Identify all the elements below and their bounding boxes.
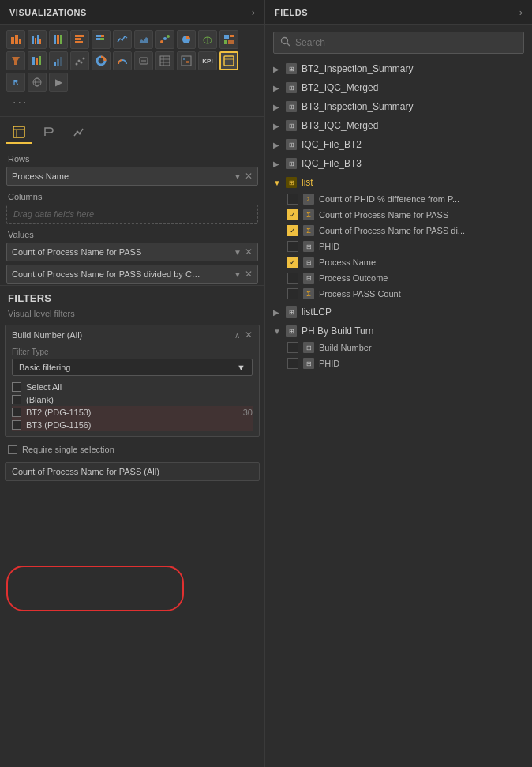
tab-fields[interactable] — [6, 122, 32, 144]
field-group-header-bt3-iqc[interactable]: ▶ ⊞ BT3_IQC_Merged — [265, 117, 532, 134]
viz-area[interactable] — [134, 30, 153, 49]
svg-rect-15 — [96, 38, 100, 40]
filter-option-bt2[interactable]: BT2 (PDG-1153) 30 — [12, 406, 253, 419]
tab-analytics[interactable] — [66, 122, 92, 144]
table-icon-list: ⊞ — [286, 177, 297, 188]
viz-map[interactable] — [198, 30, 217, 49]
sigma-process-pass-count: Σ — [303, 288, 314, 299]
field-item-process-outcome[interactable]: ⊞ Process Outcome — [265, 270, 532, 286]
viz-waterfall[interactable] — [49, 51, 68, 70]
group-name-iqc-bt2: IQC_File_BT2 — [302, 139, 524, 150]
viz-scatter[interactable] — [155, 30, 174, 49]
svg-rect-6 — [39, 39, 41, 44]
values-field-1[interactable]: Count of Process Name for PASS ▼ ✕ — [6, 243, 258, 261]
rows-field-pill[interactable]: Process Name ▼ ✕ — [6, 167, 258, 186]
filter-type-select[interactable]: Basic filtering ▼ — [12, 359, 253, 376]
viz-funnel[interactable] — [6, 51, 25, 70]
field-item-phid-pct[interactable]: Σ Count of PHID % difference from P... — [265, 191, 532, 207]
filter-checkbox-bt3[interactable] — [12, 420, 21, 430]
field-group-header-ph-build-turn[interactable]: ▼ ⊞ PH By Build Turn — [265, 322, 532, 340]
visualizations-expand-arrow[interactable]: › — [252, 6, 255, 18]
group-name-listlcp: listLCP — [302, 306, 524, 318]
columns-drag-area[interactable]: Drag data fields here — [6, 205, 258, 224]
viz-play[interactable]: ▶ — [49, 73, 68, 92]
filter-option-select-all[interactable]: Select All — [12, 381, 253, 393]
viz-donut[interactable] — [92, 51, 111, 70]
filter-checkbox-bt2[interactable] — [12, 408, 21, 417]
check-process-outcome[interactable] — [287, 273, 298, 284]
viz-horiz-stacked[interactable] — [92, 30, 111, 49]
values-2-dropdown-arrow[interactable]: ▼ — [234, 270, 242, 279]
build-number-filter-card: Build Number (All) ∧ ✕ Filter Type Basic… — [5, 325, 260, 437]
svg-point-19 — [163, 37, 167, 40]
fields-expand-arrow[interactable]: › — [519, 6, 523, 18]
check-build-number[interactable] — [287, 342, 298, 353]
viz-horiz-bar[interactable] — [70, 30, 89, 49]
visualizations-title: VISUALIZATIONS — [9, 8, 87, 17]
viz-card[interactable] — [134, 51, 153, 70]
search-input[interactable] — [295, 37, 517, 48]
viz-active-selected[interactable] — [219, 51, 238, 70]
rows-dropdown-arrow[interactable]: ▼ — [234, 172, 242, 181]
tab-format[interactable] — [36, 122, 62, 144]
field-group-header-list[interactable]: ▼ ⊞ list — [265, 174, 532, 191]
values-1-remove-button[interactable]: ✕ — [245, 246, 253, 258]
field-item-process-name[interactable]: ✓ ⊞ Process Name — [265, 254, 532, 270]
svg-rect-7 — [54, 35, 56, 44]
field-item-count-pass[interactable]: ✓ Σ Count of Process Name for PASS — [265, 207, 532, 223]
check-count-pass-di[interactable]: ✓ — [287, 225, 298, 236]
viz-pie[interactable] — [177, 30, 196, 49]
filter-checkbox-blank[interactable] — [12, 395, 21, 404]
check-phid-pct[interactable] — [287, 194, 298, 205]
field-item-phid[interactable]: ⊞ PHID — [265, 239, 532, 254]
filter-option-blank[interactable]: (Blank) — [12, 393, 253, 406]
field-group-header-iqc-bt3[interactable]: ▶ ⊞ IQC_File_BT3 — [265, 155, 532, 172]
values-1-dropdown-arrow[interactable]: ▼ — [234, 248, 242, 257]
viz-100-bar[interactable] — [49, 30, 68, 49]
viz-line[interactable] — [113, 30, 132, 49]
field-group-header-iqc-bt2[interactable]: ▶ ⊞ IQC_File_BT2 — [265, 136, 532, 153]
viz-ribbon[interactable] — [28, 51, 47, 70]
values-field-2[interactable]: Count of Process Name for PASS divided b… — [6, 265, 258, 284]
field-group-header-bt3-inspection[interactable]: ▶ ⊞ BT3_Inspection_Summary — [265, 98, 532, 115]
check-process-pass-count[interactable] — [287, 288, 298, 299]
field-group-header-listlcp[interactable]: ▶ ⊞ listLCP — [265, 303, 532, 321]
viz-r-visual[interactable]: R — [6, 73, 25, 92]
table-icon-phid: ⊞ — [303, 241, 314, 252]
viz-dot[interactable] — [70, 51, 89, 70]
check-phid[interactable] — [287, 241, 298, 252]
values-2-remove-button[interactable]: ✕ — [245, 269, 253, 280]
viz-more-icon[interactable]: ··· — [6, 94, 258, 111]
viz-treemap[interactable] — [219, 30, 238, 49]
svg-point-38 — [83, 58, 85, 60]
field-item-build-number[interactable]: ⊞ Build Number — [265, 340, 532, 355]
viz-gauge[interactable] — [113, 51, 132, 70]
check-count-pass[interactable]: ✓ — [287, 209, 298, 220]
filter-remove-button[interactable]: ✕ — [245, 329, 253, 340]
filter-option-bt3[interactable]: BT3 (PDG-1156) — [12, 419, 253, 431]
group-arrow-bt2-inspection: ▶ — [273, 65, 281, 73]
viz-table[interactable] — [155, 51, 174, 70]
field-group-header-bt2-inspection[interactable]: ▶ ⊞ BT2_Inspection_Summary — [265, 60, 532, 77]
require-single-checkbox[interactable] — [8, 445, 17, 454]
rows-remove-button[interactable]: ✕ — [245, 171, 253, 182]
viz-clustered-bar[interactable] — [28, 30, 47, 49]
filter-checkbox-select-all[interactable] — [12, 382, 21, 392]
check-ph-phid[interactable] — [287, 358, 298, 369]
bottom-filter-stub[interactable]: Count of Process Name for PASS (All) — [5, 462, 260, 481]
search-bar[interactable] — [273, 32, 524, 54]
viz-stacked-bar[interactable] — [6, 30, 25, 49]
viz-kpi[interactable]: KPI — [198, 51, 217, 70]
field-group-header-bt2-iqc[interactable]: ▶ ⊞ BT2_IQC_Merged — [265, 79, 532, 96]
viz-globe[interactable] — [28, 73, 47, 92]
bottom-filter-text: Count of Process Name for PASS (All) — [12, 467, 159, 476]
group-name-bt2-inspection: BT2_Inspection_Summary — [302, 63, 524, 74]
svg-rect-49 — [224, 56, 234, 66]
group-arrow-iqc-bt2: ▶ — [273, 141, 281, 149]
check-process-name[interactable]: ✓ — [287, 257, 298, 268]
viz-matrix[interactable] — [177, 51, 196, 70]
field-item-count-pass-di[interactable]: ✓ Σ Count of Process Name for PASS di... — [265, 223, 532, 239]
filter-collapse-arrow[interactable]: ∧ — [234, 331, 240, 340]
field-item-process-pass-count[interactable]: Σ Process PASS Count — [265, 286, 532, 302]
field-item-ph-phid[interactable]: ⊞ PHID — [265, 355, 532, 371]
